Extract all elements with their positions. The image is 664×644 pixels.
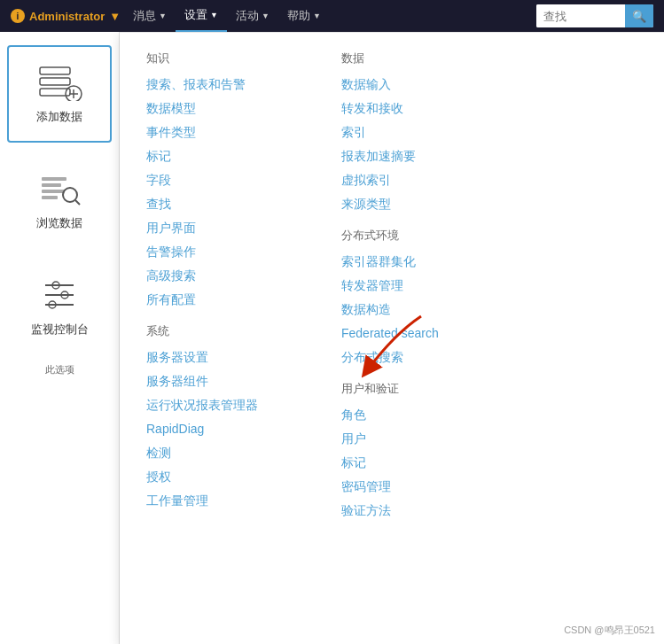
link-forwarder-mgmt[interactable]: 转发器管理 bbox=[341, 276, 483, 295]
link-workload[interactable]: 工作量管理 bbox=[146, 492, 288, 510]
monitor-icon bbox=[35, 275, 84, 314]
sidebar: 添加数据 浏览数据 bbox=[0, 32, 120, 644]
col-data-header: 数据 bbox=[341, 50, 483, 66]
link-monitoring[interactable]: 检测 bbox=[146, 444, 288, 462]
col-data: 数据 数据输入 转发和接收 索引 报表加速摘要 虚拟索引 来源类型 分布式环境 … bbox=[341, 50, 483, 626]
nav-settings[interactable]: 设置 ▼ bbox=[176, 0, 227, 32]
add-data-icon bbox=[35, 63, 84, 102]
svg-rect-10 bbox=[42, 196, 58, 199]
svg-rect-7 bbox=[42, 177, 66, 181]
link-ui[interactable]: 用户界面 bbox=[146, 219, 288, 237]
link-event-types[interactable]: 事件类型 bbox=[146, 123, 288, 142]
link-server-settings[interactable]: 服务器设置 bbox=[146, 348, 288, 367]
link-report-accel[interactable]: 报表加速摘要 bbox=[341, 147, 483, 166]
link-health-report[interactable]: 运行状况报表管理器 bbox=[146, 396, 288, 415]
link-password-mgmt[interactable]: 密码管理 bbox=[341, 477, 483, 496]
svg-rect-8 bbox=[42, 183, 61, 187]
dropdown-panel: 知识 搜索、报表和告警 数据模型 事件类型 标记 字段 查找 用户界面 告警操作… bbox=[120, 32, 664, 644]
brand-label: Administrator bbox=[29, 10, 105, 23]
link-authorization[interactable]: 授权 bbox=[146, 468, 288, 486]
link-tokens[interactable]: 标记 bbox=[341, 454, 483, 472]
link-data-input[interactable]: 数据输入 bbox=[341, 75, 483, 94]
brand-area[interactable]: i Administrator ▼ bbox=[11, 9, 121, 23]
link-data-fabric[interactable]: 数据构造 bbox=[341, 300, 483, 319]
link-data-models[interactable]: 数据模型 bbox=[146, 99, 288, 118]
col-knowledge-header: 知识 bbox=[146, 50, 288, 66]
link-indexes[interactable]: 索引 bbox=[341, 123, 483, 142]
link-lookups[interactable]: 查找 bbox=[146, 195, 288, 213]
settings-arrow: ▼ bbox=[210, 11, 218, 19]
main-layout: 添加数据 浏览数据 bbox=[0, 32, 664, 644]
nav-help[interactable]: 帮助 ▼ bbox=[278, 0, 330, 32]
svg-point-11 bbox=[63, 188, 77, 202]
link-alert-actions[interactable]: 告警操作 bbox=[146, 243, 288, 261]
col-dist-header: 分布式环境 bbox=[341, 228, 483, 244]
add-data-label: 添加数据 bbox=[36, 109, 82, 125]
watermark: CSDN @鸣昂王0521 bbox=[564, 624, 655, 637]
nav-messages[interactable]: 消息 ▼ bbox=[124, 0, 176, 32]
link-all-config[interactable]: 所有配置 bbox=[146, 291, 288, 309]
link-indexer-cluster[interactable]: 索引器群集化 bbox=[341, 252, 483, 271]
link-rapiddiag[interactable]: RapidDiag bbox=[146, 420, 288, 438]
link-roles[interactable]: 角色 bbox=[341, 406, 483, 424]
link-fields[interactable]: 字段 bbox=[146, 171, 288, 190]
browse-data-label: 浏览数据 bbox=[36, 215, 82, 231]
link-federated-search[interactable]: Federated search bbox=[341, 324, 483, 343]
search-button[interactable]: 🔍 bbox=[625, 4, 653, 27]
browse-data-icon bbox=[35, 169, 84, 208]
sidebar-note: 此选项 bbox=[0, 360, 119, 380]
info-icon: i bbox=[11, 9, 25, 23]
link-search-reports[interactable]: 搜索、报表和告警 bbox=[146, 75, 288, 94]
link-advanced-search[interactable]: 高级搜索 bbox=[146, 267, 288, 285]
link-tags[interactable]: 标记 bbox=[146, 147, 288, 166]
messages-arrow: ▼ bbox=[159, 12, 167, 20]
sidebar-item-monitor[interactable]: 监视控制台 bbox=[7, 258, 112, 355]
link-distributed-search[interactable]: 分布式搜索 bbox=[341, 348, 483, 367]
svg-rect-0 bbox=[40, 67, 70, 74]
search-box[interactable]: 🔍 bbox=[536, 4, 653, 27]
svg-line-12 bbox=[75, 200, 80, 205]
link-auth-method[interactable]: 验证方法 bbox=[341, 501, 483, 520]
svg-rect-1 bbox=[40, 78, 70, 85]
svg-rect-9 bbox=[42, 190, 65, 193]
brand-arrow: ▼ bbox=[109, 10, 121, 23]
link-server-components[interactable]: 服务器组件 bbox=[146, 372, 288, 391]
search-input[interactable] bbox=[536, 4, 625, 27]
col-system-header: 系统 bbox=[146, 323, 288, 339]
help-arrow: ▼ bbox=[313, 12, 321, 20]
link-virtual-index[interactable]: 虚拟索引 bbox=[341, 171, 483, 190]
link-source-types[interactable]: 来源类型 bbox=[341, 195, 483, 213]
activity-arrow: ▼ bbox=[262, 12, 270, 20]
sidebar-item-add-data[interactable]: 添加数据 bbox=[7, 45, 112, 143]
link-users[interactable]: 用户 bbox=[341, 430, 483, 448]
link-forwarding[interactable]: 转发和接收 bbox=[341, 99, 483, 118]
nav-activity[interactable]: 活动 ▼ bbox=[227, 0, 278, 32]
col-knowledge: 知识 搜索、报表和告警 数据模型 事件类型 标记 字段 查找 用户界面 告警操作… bbox=[146, 50, 288, 626]
topnav: i Administrator ▼ 消息 ▼ 设置 ▼ 活动 ▼ 帮助 ▼ 🔍 bbox=[0, 0, 664, 32]
monitor-label: 监视控制台 bbox=[31, 322, 89, 338]
col-user-header: 用户和验证 bbox=[341, 381, 483, 397]
sidebar-item-browse-data[interactable]: 浏览数据 bbox=[7, 151, 112, 249]
